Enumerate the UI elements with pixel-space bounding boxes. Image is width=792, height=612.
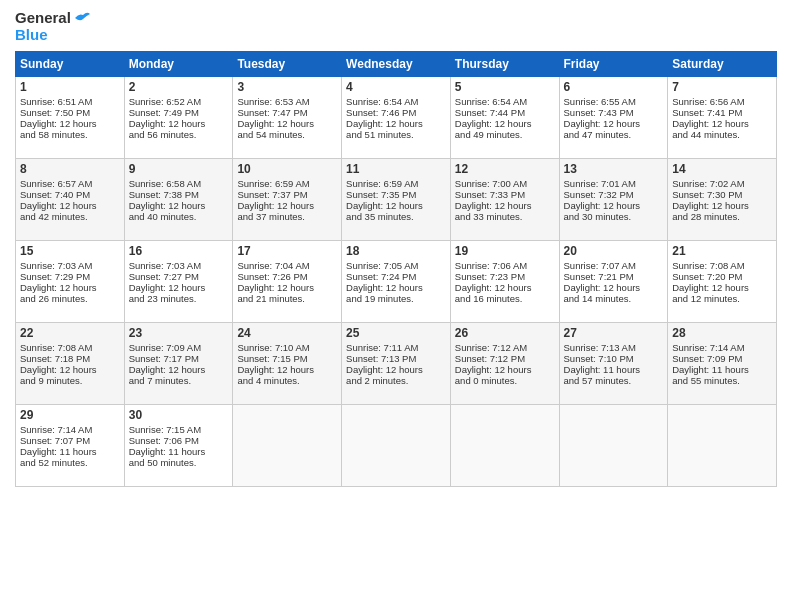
cell-text: Sunrise: 7:08 AM: [672, 260, 772, 271]
logo-bird-icon: [73, 11, 91, 25]
calendar-row: 1Sunrise: 6:51 AMSunset: 7:50 PMDaylight…: [16, 77, 777, 159]
calendar-cell: 25Sunrise: 7:11 AMSunset: 7:13 PMDayligh…: [342, 323, 451, 405]
cell-text: Daylight: 12 hours: [129, 200, 229, 211]
calendar-cell: 9Sunrise: 6:58 AMSunset: 7:38 PMDaylight…: [124, 159, 233, 241]
calendar-cell: 14Sunrise: 7:02 AMSunset: 7:30 PMDayligh…: [668, 159, 777, 241]
cell-text: Sunset: 7:33 PM: [455, 189, 555, 200]
cell-text: Daylight: 12 hours: [672, 282, 772, 293]
calendar-cell: 10Sunrise: 6:59 AMSunset: 7:37 PMDayligh…: [233, 159, 342, 241]
cell-text: Sunrise: 7:12 AM: [455, 342, 555, 353]
calendar-cell: 15Sunrise: 7:03 AMSunset: 7:29 PMDayligh…: [16, 241, 125, 323]
cell-text: Daylight: 12 hours: [129, 118, 229, 129]
col-monday: Monday: [124, 52, 233, 77]
day-number: 3: [237, 80, 337, 94]
calendar-cell: [668, 405, 777, 487]
cell-text: Daylight: 12 hours: [455, 282, 555, 293]
cell-text: and 0 minutes.: [455, 375, 555, 386]
cell-text: Sunrise: 7:06 AM: [455, 260, 555, 271]
logo-blue: Blue: [15, 27, 48, 44]
cell-text: Daylight: 12 hours: [129, 364, 229, 375]
cell-text: Sunset: 7:21 PM: [564, 271, 664, 282]
calendar-row: 22Sunrise: 7:08 AMSunset: 7:18 PMDayligh…: [16, 323, 777, 405]
day-number: 29: [20, 408, 120, 422]
cell-text: Sunset: 7:23 PM: [455, 271, 555, 282]
cell-text: Sunrise: 6:57 AM: [20, 178, 120, 189]
cell-text: and 9 minutes.: [20, 375, 120, 386]
cell-text: Sunrise: 6:59 AM: [237, 178, 337, 189]
cell-text: Sunset: 7:37 PM: [237, 189, 337, 200]
cell-text: Daylight: 12 hours: [237, 200, 337, 211]
cell-text: Daylight: 11 hours: [129, 446, 229, 457]
cell-text: Sunrise: 7:10 AM: [237, 342, 337, 353]
cell-text: Sunrise: 6:53 AM: [237, 96, 337, 107]
calendar-cell: 7Sunrise: 6:56 AMSunset: 7:41 PMDaylight…: [668, 77, 777, 159]
day-number: 19: [455, 244, 555, 258]
cell-text: Daylight: 11 hours: [564, 364, 664, 375]
calendar-cell: 13Sunrise: 7:01 AMSunset: 7:32 PMDayligh…: [559, 159, 668, 241]
cell-text: and 2 minutes.: [346, 375, 446, 386]
cell-text: Daylight: 12 hours: [237, 282, 337, 293]
col-saturday: Saturday: [668, 52, 777, 77]
cell-text: Sunset: 7:50 PM: [20, 107, 120, 118]
day-number: 1: [20, 80, 120, 94]
cell-text: Sunrise: 6:59 AM: [346, 178, 446, 189]
day-number: 15: [20, 244, 120, 258]
cell-text: Sunset: 7:27 PM: [129, 271, 229, 282]
cell-text: and 49 minutes.: [455, 129, 555, 140]
cell-text: Sunset: 7:35 PM: [346, 189, 446, 200]
day-number: 27: [564, 326, 664, 340]
cell-text: Sunset: 7:49 PM: [129, 107, 229, 118]
logo: General Blue: [15, 10, 91, 43]
calendar-cell: 22Sunrise: 7:08 AMSunset: 7:18 PMDayligh…: [16, 323, 125, 405]
day-number: 18: [346, 244, 446, 258]
day-number: 24: [237, 326, 337, 340]
cell-text: and 42 minutes.: [20, 211, 120, 222]
cell-text: Sunset: 7:18 PM: [20, 353, 120, 364]
calendar-cell: [450, 405, 559, 487]
day-number: 21: [672, 244, 772, 258]
calendar-cell: 3Sunrise: 6:53 AMSunset: 7:47 PMDaylight…: [233, 77, 342, 159]
cell-text: and 4 minutes.: [237, 375, 337, 386]
col-sunday: Sunday: [16, 52, 125, 77]
cell-text: Daylight: 12 hours: [455, 364, 555, 375]
cell-text: Sunset: 7:43 PM: [564, 107, 664, 118]
calendar-cell: 23Sunrise: 7:09 AMSunset: 7:17 PMDayligh…: [124, 323, 233, 405]
cell-text: Sunset: 7:26 PM: [237, 271, 337, 282]
cell-text: Daylight: 12 hours: [237, 118, 337, 129]
cell-text: Sunset: 7:46 PM: [346, 107, 446, 118]
cell-text: Sunset: 7:15 PM: [237, 353, 337, 364]
cell-text: Daylight: 12 hours: [455, 118, 555, 129]
cell-text: Daylight: 12 hours: [564, 200, 664, 211]
day-number: 9: [129, 162, 229, 176]
calendar-cell: 12Sunrise: 7:00 AMSunset: 7:33 PMDayligh…: [450, 159, 559, 241]
cell-text: and 47 minutes.: [564, 129, 664, 140]
cell-text: Sunrise: 7:04 AM: [237, 260, 337, 271]
cell-text: Sunrise: 6:52 AM: [129, 96, 229, 107]
cell-text: Sunrise: 7:14 AM: [20, 424, 120, 435]
cell-text: Daylight: 12 hours: [455, 200, 555, 211]
cell-text: and 7 minutes.: [129, 375, 229, 386]
cell-text: Sunrise: 7:02 AM: [672, 178, 772, 189]
cell-text: Sunset: 7:06 PM: [129, 435, 229, 446]
calendar-cell: 11Sunrise: 6:59 AMSunset: 7:35 PMDayligh…: [342, 159, 451, 241]
cell-text: Sunrise: 7:13 AM: [564, 342, 664, 353]
cell-text: and 19 minutes.: [346, 293, 446, 304]
cell-text: and 44 minutes.: [672, 129, 772, 140]
cell-text: Daylight: 12 hours: [129, 282, 229, 293]
calendar-row: 8Sunrise: 6:57 AMSunset: 7:40 PMDaylight…: [16, 159, 777, 241]
day-number: 23: [129, 326, 229, 340]
cell-text: Daylight: 12 hours: [346, 118, 446, 129]
day-number: 11: [346, 162, 446, 176]
cell-text: and 40 minutes.: [129, 211, 229, 222]
calendar-row: 29Sunrise: 7:14 AMSunset: 7:07 PMDayligh…: [16, 405, 777, 487]
cell-text: and 35 minutes.: [346, 211, 446, 222]
day-number: 30: [129, 408, 229, 422]
calendar-cell: 26Sunrise: 7:12 AMSunset: 7:12 PMDayligh…: [450, 323, 559, 405]
cell-text: and 57 minutes.: [564, 375, 664, 386]
cell-text: Daylight: 12 hours: [346, 282, 446, 293]
page-header: General Blue: [15, 10, 777, 43]
cell-text: and 50 minutes.: [129, 457, 229, 468]
cell-text: Daylight: 12 hours: [346, 200, 446, 211]
cell-text: Daylight: 12 hours: [20, 364, 120, 375]
day-number: 16: [129, 244, 229, 258]
